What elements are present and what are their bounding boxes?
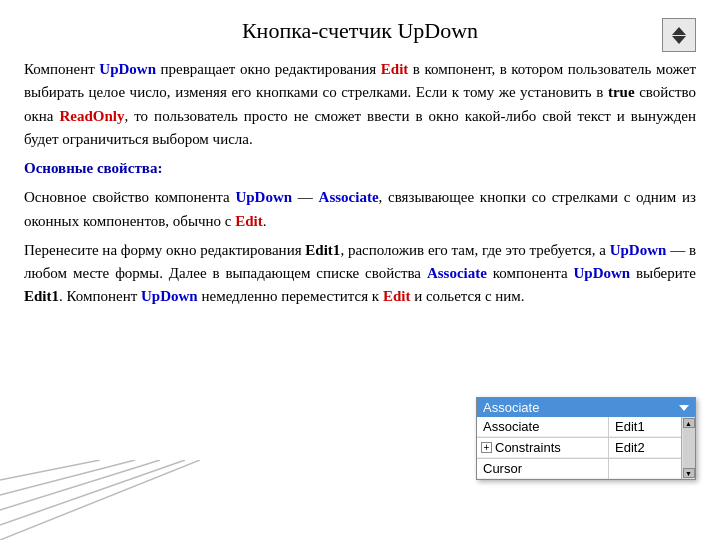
- section-title-text: Основные свойства:: [24, 160, 162, 176]
- updown-label-2: UpDown: [235, 189, 292, 205]
- dropdown-label-constraints: + Constraints: [477, 438, 608, 458]
- edit1-bold-2: Edit1: [24, 288, 59, 304]
- svg-line-1: [0, 460, 185, 525]
- associate-label-1: Associate: [319, 189, 379, 205]
- text-2-2: —: [292, 189, 318, 205]
- paragraph-3: Перенесите на форму окно редактирования …: [24, 239, 696, 309]
- text-3-1: Перенесите на форму окно редактирования: [24, 242, 305, 258]
- text-3-7: немедленно переместится к: [198, 288, 383, 304]
- dropdown-value-cursor: [609, 459, 681, 479]
- paragraph-2: Основное свойство компонента UpDown — As…: [24, 186, 696, 233]
- diagonal-decoration: [0, 460, 200, 540]
- svg-line-2: [0, 460, 160, 510]
- associate-label-2: Associate: [427, 265, 487, 281]
- content-area: Компонент UpDown превращает окно редакти…: [24, 58, 696, 309]
- updown-spinner-icon: [662, 18, 696, 52]
- readonly-label: ReadOnly: [59, 108, 124, 124]
- text-3-6: . Компонент: [59, 288, 141, 304]
- updown-label-1: UpDown: [99, 61, 156, 77]
- dropdown-chevron-icon: [679, 405, 689, 411]
- arrow-down-icon: [672, 36, 686, 44]
- dropdown-selected-text: Associate: [483, 400, 539, 415]
- text-mid-1: превращает окно редактирования: [156, 61, 381, 77]
- edit1-bold-1: Edit1: [305, 242, 340, 258]
- updown-label-5: UpDown: [141, 288, 198, 304]
- text-2-1: Основное свойство компонента: [24, 189, 235, 205]
- expand-icon[interactable]: +: [481, 442, 492, 453]
- title-row: Кнопка-счетчик UpDown: [24, 18, 696, 44]
- true-word: true: [608, 84, 635, 100]
- arrow-up-icon: [672, 27, 686, 35]
- updown-label-3: UpDown: [610, 242, 667, 258]
- dropdown-row-cursor[interactable]: Cursor: [477, 459, 681, 479]
- text-3-2: , расположив его там, где это требуется,…: [340, 242, 609, 258]
- dropdown-row-associate[interactable]: Associate Edit1: [477, 417, 681, 438]
- paragraph-1: Компонент UpDown превращает окно редакти…: [24, 58, 696, 151]
- svg-line-4: [0, 460, 100, 480]
- svg-line-0: [0, 460, 200, 540]
- dropdown-value-edit1: Edit1: [609, 417, 681, 437]
- scroll-down-button[interactable]: ▼: [683, 468, 695, 478]
- page-title: Кнопка-счетчик UpDown: [242, 18, 478, 44]
- dropdown-scrollbar[interactable]: ▲ ▼: [681, 417, 695, 479]
- dropdown-body: Associate Edit1 + Constraints Edit2 Curs…: [477, 417, 695, 479]
- dropdown-panel[interactable]: Associate Associate Edit1 + Constraints: [476, 397, 696, 480]
- scroll-up-button[interactable]: ▲: [683, 418, 695, 428]
- edit-label-3: Edit: [383, 288, 411, 304]
- updown-label-4: UpDown: [573, 265, 630, 281]
- text-3-5: выберите: [630, 265, 696, 281]
- dropdown-value-edit2: Edit2: [609, 438, 681, 458]
- page: Кнопка-счетчик UpDown Компонент UpDown п…: [0, 0, 720, 540]
- text-3-8: и сольется с ним.: [410, 288, 524, 304]
- dropdown-row-constraints[interactable]: + Constraints Edit2: [477, 438, 681, 459]
- scroll-track: [683, 428, 695, 468]
- svg-line-3: [0, 460, 135, 495]
- dropdown-list: Associate Edit1 + Constraints Edit2 Curs…: [477, 417, 681, 479]
- section-title-paragraph: Основные свойства:: [24, 157, 696, 180]
- text-2-4: .: [263, 213, 267, 229]
- text-end-1: , то пользователь просто не сможет ввест…: [24, 108, 696, 147]
- dropdown-label-associate: Associate: [477, 417, 608, 437]
- constraints-text: Constraints: [495, 440, 561, 455]
- dropdown-selected-row[interactable]: Associate: [477, 398, 695, 417]
- edit-label-2: Edit: [235, 213, 263, 229]
- text-3-4: компонента: [487, 265, 574, 281]
- text-before-1: Компонент: [24, 61, 99, 77]
- dropdown-label-cursor: Cursor: [477, 459, 608, 479]
- edit-label-1: Edit: [381, 61, 409, 77]
